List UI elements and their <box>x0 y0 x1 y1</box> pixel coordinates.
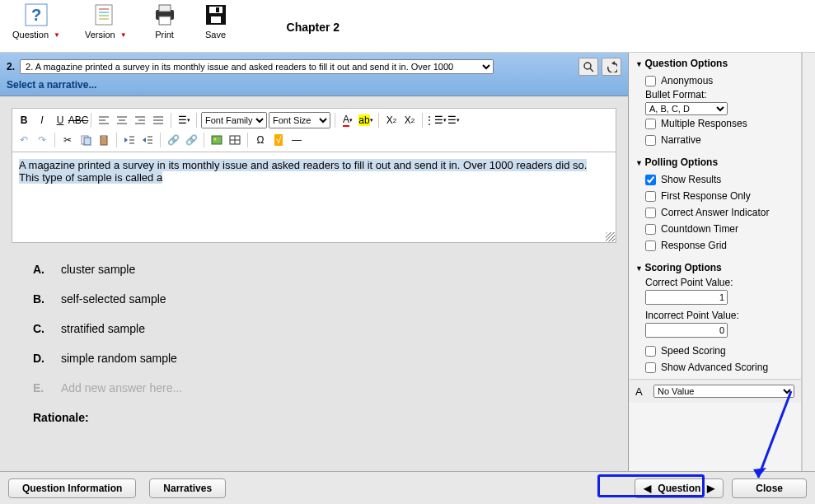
incorrect-point-input[interactable] <box>645 323 728 338</box>
answer-row[interactable]: B.self-selected sample <box>33 292 603 306</box>
question-select[interactable]: 2. A magazine printed a survey in its mo… <box>20 59 494 74</box>
undo-button[interactable] <box>602 58 621 76</box>
outdent-button[interactable] <box>121 132 138 148</box>
bold-button[interactable]: B <box>16 112 32 128</box>
number-list-button[interactable]: ☰▾ <box>445 112 461 128</box>
main-area: 2. 2. A magazine printed a survey in its… <box>0 53 815 471</box>
print-label: Print <box>155 30 174 40</box>
bullet-format-label: Bullet Format: <box>635 89 794 100</box>
align-justify-button[interactable] <box>150 112 166 128</box>
hr-button[interactable]: — <box>288 132 305 148</box>
chapter-title: Chapter 2 <box>287 21 340 34</box>
top-toolbar: ? Question▼ Version▼ Print Save Chapter … <box>0 0 815 53</box>
search-button[interactable] <box>578 58 598 76</box>
font-color-button[interactable]: A▾ <box>340 112 356 128</box>
scrollbar[interactable] <box>802 53 815 471</box>
image-button[interactable] <box>208 132 225 148</box>
svg-line-15 <box>590 68 593 72</box>
answer-value-select[interactable]: No Value <box>653 385 794 398</box>
response-grid-checkbox[interactable] <box>645 240 656 251</box>
underline-button[interactable]: U <box>52 112 68 128</box>
rationale-label: Rationale: <box>33 411 603 424</box>
next-question-icon: ▶ <box>707 483 714 494</box>
align-right-button[interactable] <box>132 112 148 128</box>
prev-question-icon: ◀ <box>644 483 651 494</box>
highlight-button[interactable]: ab▾ <box>358 112 374 128</box>
line-spacing-button[interactable]: ☰▾ <box>176 112 192 128</box>
superscript-button[interactable]: X2 <box>401 112 418 128</box>
answer-value-row: A No Value <box>629 379 801 403</box>
left-column: 2. 2. A magazine printed a survey in its… <box>0 53 629 471</box>
font-family-select[interactable]: Font Family <box>201 112 267 128</box>
align-left-button[interactable] <box>96 112 112 128</box>
bullet-format-select[interactable]: A, B, C, D <box>645 102 728 115</box>
answer-value-letter: A <box>635 385 649 398</box>
svg-rect-12 <box>211 16 221 23</box>
dropdown-arrow-icon: ▼ <box>54 31 60 39</box>
print-icon <box>152 2 178 28</box>
question-options-header[interactable]: Question Options <box>635 58 794 69</box>
table-button[interactable] <box>227 132 243 148</box>
italic-button[interactable]: I <box>34 112 50 128</box>
countdown-checkbox[interactable] <box>645 224 656 235</box>
first-response-checkbox[interactable] <box>645 191 656 202</box>
save-icon <box>203 2 229 28</box>
show-advanced-checkbox[interactable] <box>645 362 656 373</box>
resize-handle[interactable] <box>606 232 616 242</box>
polling-options-header[interactable]: Polling Options <box>635 156 794 168</box>
font-size-select[interactable]: Font Size <box>269 112 330 128</box>
version-menu[interactable]: Version▼ <box>85 2 127 40</box>
svg-rect-13 <box>216 7 219 12</box>
subscript-button[interactable]: X2 <box>383 112 400 128</box>
narrative-checkbox[interactable] <box>645 135 656 146</box>
question-information-button[interactable]: Question Information <box>8 478 136 498</box>
correct-point-label: Correct Point Value: <box>635 277 794 288</box>
close-button[interactable]: Close <box>732 478 807 498</box>
correct-indicator-checkbox[interactable] <box>645 208 656 218</box>
editor-textarea[interactable]: A magazine printed a survey in its month… <box>12 152 616 243</box>
answers-area: A.cluster sample B.self-selected sample … <box>0 246 628 471</box>
narratives-button[interactable]: Narratives <box>149 478 226 498</box>
equation-button[interactable]: √ <box>270 132 287 148</box>
question-icon: ? <box>23 2 49 28</box>
scoring-options-header[interactable]: Scoring Options <box>635 262 794 273</box>
undo-editor-button[interactable]: ↶ <box>16 132 32 148</box>
correct-point-input[interactable] <box>645 290 728 305</box>
strikethrough-button[interactable]: ABC <box>70 112 87 128</box>
link-button[interactable]: 🔗 <box>165 132 181 148</box>
question-menu[interactable]: ? Question▼ <box>12 2 60 40</box>
question-header: 2. 2. A magazine printed a survey in its… <box>0 53 628 96</box>
answer-row[interactable]: D.simple random sample <box>33 352 603 365</box>
save-label: Save <box>205 30 226 40</box>
question-menu-label: Question <box>12 30 49 40</box>
symbol-button[interactable]: Ω <box>252 132 269 148</box>
question-number: 2. <box>7 61 15 72</box>
answer-row-add[interactable]: E.Add new answer here... <box>33 381 603 394</box>
incorrect-point-label: Incorrect Point Value: <box>635 310 794 321</box>
cut-button[interactable]: ✂ <box>59 132 76 148</box>
answer-row[interactable]: A.cluster sample <box>33 263 603 276</box>
svg-rect-8 <box>159 5 171 12</box>
paste-button[interactable] <box>96 132 112 148</box>
svg-rect-29 <box>84 138 91 145</box>
redo-editor-button[interactable]: ↷ <box>34 132 50 148</box>
bottom-bar: Question Information Narratives ◀ Questi… <box>0 471 815 504</box>
unlink-button[interactable]: 🔗 <box>183 132 199 148</box>
editor-content: A magazine printed a survey in its month… <box>19 159 587 184</box>
question-nav-button[interactable]: ◀ Question ▶ <box>635 478 724 498</box>
print-button[interactable]: Print <box>152 2 178 40</box>
anonymous-checkbox[interactable] <box>645 76 656 86</box>
bullet-list-button[interactable]: ⋮☰▾ <box>427 112 443 128</box>
speed-scoring-checkbox[interactable] <box>645 346 656 357</box>
show-results-checkbox[interactable] <box>645 175 656 185</box>
align-center-button[interactable] <box>114 112 130 128</box>
dropdown-arrow-icon: ▼ <box>120 31 127 39</box>
right-panel: Question Options Anonymous Bullet Format… <box>629 53 802 471</box>
indent-button[interactable] <box>139 132 156 148</box>
svg-rect-9 <box>159 16 171 25</box>
select-narrative-link[interactable]: Select a narrative... <box>7 79 96 91</box>
save-button[interactable]: Save <box>203 2 229 40</box>
answer-row[interactable]: C.stratified sample <box>33 322 603 335</box>
copy-button[interactable] <box>77 132 94 148</box>
multiple-responses-checkbox[interactable] <box>645 119 656 129</box>
